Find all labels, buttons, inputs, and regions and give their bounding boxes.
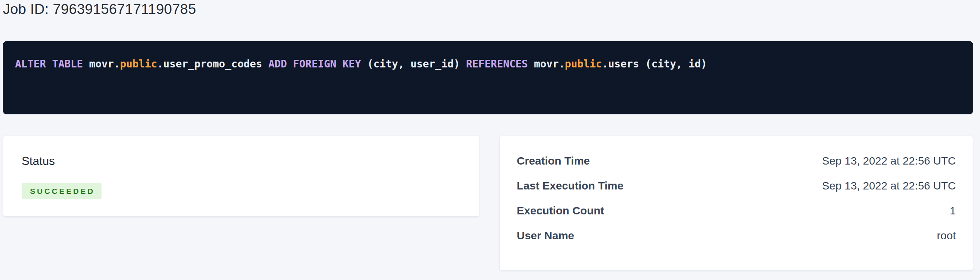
- detail-label: Execution Count: [517, 204, 604, 217]
- sql-schema-name: public: [120, 58, 157, 70]
- status-card-heading: Status: [22, 154, 461, 167]
- detail-value: Sep 13, 2022 at 22:56 UTC: [822, 179, 956, 192]
- sql-keyword: ADD FOREIGN KEY: [268, 58, 367, 70]
- sql-identifier: (city, user_id): [367, 58, 466, 70]
- sql-schema-name: public: [565, 58, 602, 70]
- detail-row-last-execution-time: Last Execution Time Sep 13, 2022 at 22:5…: [517, 179, 956, 192]
- sql-identifier: .user_promo_codes: [157, 58, 268, 70]
- job-details-page: Job ID: 796391567171190785 ALTER TABLE m…: [0, 0, 980, 280]
- detail-row-user-name: User Name root: [517, 229, 956, 242]
- detail-value: root: [937, 229, 956, 242]
- detail-row-execution-count: Execution Count 1: [517, 204, 956, 217]
- details-card: Creation Time Sep 13, 2022 at 22:56 UTC …: [500, 135, 973, 270]
- sql-statement: ALTER TABLE movr.public.user_promo_codes…: [15, 57, 961, 71]
- summary-cards-row: Status SUCCEEDED Creation Time Sep 13, 2…: [3, 135, 973, 270]
- sql-identifier: movr.: [534, 58, 565, 70]
- detail-row-creation-time: Creation Time Sep 13, 2022 at 22:56 UTC: [517, 154, 956, 167]
- detail-label: Creation Time: [517, 154, 590, 167]
- detail-value: 1: [950, 204, 956, 217]
- status-badge: SUCCEEDED: [22, 183, 102, 199]
- sql-keyword: ALTER TABLE: [15, 58, 89, 70]
- detail-label: Last Execution Time: [517, 179, 624, 192]
- sql-keyword: REFERENCES: [466, 58, 534, 70]
- status-card: Status SUCCEEDED: [3, 135, 479, 216]
- detail-label: User Name: [517, 229, 574, 242]
- sql-statement-box: ALTER TABLE movr.public.user_promo_codes…: [3, 41, 973, 115]
- page-title: Job ID: 796391567171190785: [3, 1, 973, 18]
- sql-identifier: movr.: [89, 58, 120, 70]
- detail-value: Sep 13, 2022 at 22:56 UTC: [822, 154, 956, 167]
- sql-identifier: .users (city, id): [602, 58, 707, 70]
